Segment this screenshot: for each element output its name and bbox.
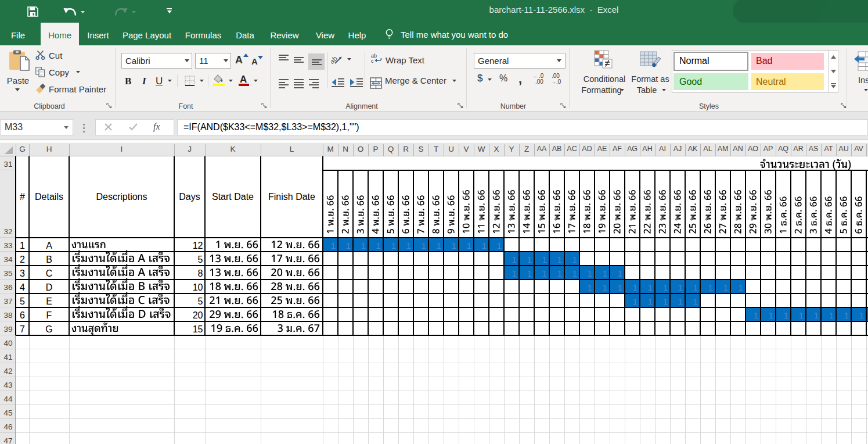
svg-text:c: c: [371, 58, 374, 63]
